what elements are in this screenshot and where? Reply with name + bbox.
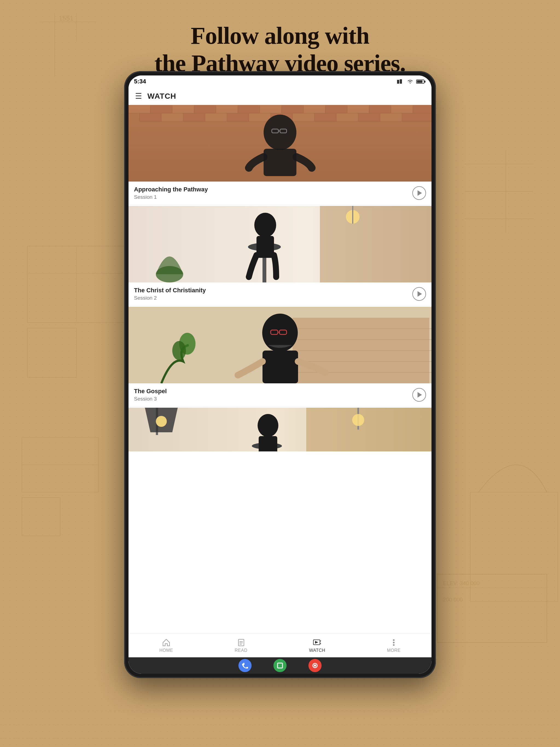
video-card-3[interactable]: The Gospel Session 3 <box>128 307 432 407</box>
sim-icon <box>397 79 404 84</box>
video-thumbnail-3[interactable] <box>128 307 432 383</box>
circle-icon <box>311 662 319 669</box>
wifi-icon <box>406 79 414 84</box>
video-session-2: Session 2 <box>134 295 206 301</box>
svg-rect-27 <box>424 81 426 83</box>
video-thumbnail-2[interactable] <box>128 206 432 282</box>
video-card-1[interactable]: Approaching the Pathway Session 1 <box>128 105 432 205</box>
nav-item-more[interactable]: MORE <box>387 638 401 653</box>
play-icon-1 <box>417 190 422 196</box>
svg-rect-26 <box>417 80 423 83</box>
thumbnail-scene-3 <box>128 307 432 383</box>
svg-point-106 <box>393 642 394 643</box>
svg-rect-19 <box>437 574 547 643</box>
nav-item-watch[interactable]: WATCH <box>309 638 325 653</box>
video-card-2[interactable]: The Christ of Christianity Session 2 <box>128 206 432 306</box>
header-line1: Follow along with <box>0 22 560 50</box>
video-card-4-partial[interactable] <box>128 408 432 452</box>
square-icon <box>276 662 284 669</box>
play-button-3[interactable] <box>412 388 426 402</box>
svg-rect-81 <box>262 351 298 383</box>
bottom-nav: HOME READ WATCH <box>128 633 432 657</box>
phone-icon <box>242 662 248 669</box>
status-time: 5:34 <box>134 78 146 85</box>
svg-rect-96 <box>259 436 277 452</box>
battery-icon <box>416 79 426 84</box>
video-title-1: Approaching the Pathway <box>134 186 208 193</box>
play-icon-2 <box>417 291 422 297</box>
video-info-3: The Gospel Session 3 <box>128 383 432 407</box>
svg-text:ELEV: 340 000: ELEV: 340 000 <box>443 580 480 586</box>
svg-point-69 <box>254 213 276 237</box>
svg-rect-86 <box>306 408 432 452</box>
video-info-2: The Christ of Christianity Session 2 <box>128 282 432 306</box>
svg-point-110 <box>314 664 316 667</box>
nav-label-more: MORE <box>387 648 401 653</box>
video-info-1: Approaching the Pathway Session 1 <box>128 182 432 205</box>
page-header: Follow along with the Pathway video seri… <box>0 22 560 77</box>
thumbnail-scene-4 <box>128 408 432 452</box>
svg-point-89 <box>156 416 167 427</box>
svg-rect-13 <box>22 437 98 492</box>
video-session-1: Session 1 <box>134 194 208 200</box>
svg-text:1551: 1551 <box>59 15 73 22</box>
tablet-device: 5:34 ☰ WATCH <box>124 71 436 678</box>
svg-rect-58 <box>263 149 297 176</box>
nav-item-home[interactable]: HOME <box>159 638 173 653</box>
content-area: Approaching the Pathway Session 1 <box>128 105 432 633</box>
play-button-1[interactable] <box>412 186 426 200</box>
video-title-2: The Christ of Christianity <box>134 287 206 294</box>
play-icon-3 <box>417 392 422 397</box>
svg-point-95 <box>258 414 278 437</box>
system-nav-bar <box>128 657 432 674</box>
svg-rect-10 <box>27 328 77 377</box>
svg-text:200 000: 200 000 <box>443 597 463 602</box>
menu-icon[interactable]: ☰ <box>135 92 142 101</box>
svg-point-91 <box>352 414 364 426</box>
svg-point-107 <box>393 644 394 646</box>
video-session-3: Session 3 <box>134 396 167 402</box>
nav-label-home: HOME <box>159 648 173 653</box>
android-square-btn[interactable] <box>274 659 286 672</box>
svg-point-79 <box>172 341 186 360</box>
video-thumbnail-1[interactable] <box>128 105 432 182</box>
thumbnail-scene-1 <box>128 105 432 182</box>
play-button-2[interactable] <box>412 287 426 301</box>
video-thumbnail-4[interactable] <box>128 408 432 452</box>
status-icons <box>397 79 426 84</box>
nav-title: WATCH <box>147 92 176 101</box>
nav-bar: ☰ WATCH <box>128 87 432 105</box>
tablet-screen: 5:34 ☰ WATCH <box>128 75 432 674</box>
more-icon <box>389 638 398 647</box>
nav-label-read: READ <box>235 648 247 653</box>
status-bar: 5:34 <box>128 75 432 87</box>
svg-rect-8 <box>470 492 558 601</box>
svg-rect-108 <box>278 663 282 668</box>
svg-point-105 <box>393 639 394 641</box>
watch-icon <box>313 638 322 647</box>
android-phone-btn[interactable] <box>238 659 252 672</box>
svg-rect-24 <box>400 79 402 84</box>
svg-rect-63 <box>320 206 432 282</box>
home-icon <box>162 638 171 647</box>
svg-rect-14 <box>22 498 60 536</box>
svg-marker-104 <box>315 641 318 644</box>
video-title-3: The Gospel <box>134 388 167 395</box>
nav-item-read[interactable]: READ <box>235 638 247 653</box>
thumbnail-scene-2 <box>128 206 432 282</box>
android-circle-btn[interactable] <box>308 659 322 672</box>
svg-rect-23 <box>397 80 399 84</box>
read-icon <box>237 638 246 647</box>
nav-label-watch: WATCH <box>309 648 325 653</box>
svg-rect-9 <box>27 246 131 323</box>
